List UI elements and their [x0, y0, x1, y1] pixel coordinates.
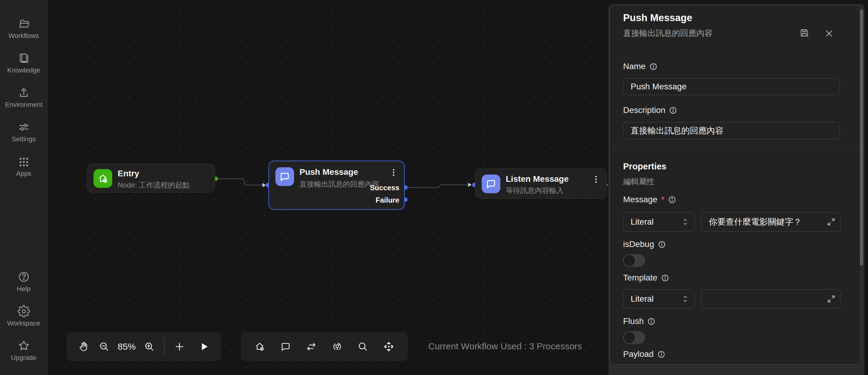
- expand-icon[interactable]: [826, 217, 836, 227]
- info-icon[interactable]: [658, 240, 666, 249]
- gear-icon: [18, 305, 30, 318]
- save-floppy-icon: [800, 28, 809, 38]
- info-icon[interactable]: [649, 62, 657, 71]
- help-circle-icon: [18, 270, 30, 283]
- sidebar-item-settings[interactable]: Settings: [0, 121, 48, 143]
- sidebar-item-label: Upgrade: [11, 354, 36, 362]
- sidebar-item-help[interactable]: Help: [0, 270, 48, 293]
- node-title: Listen Message: [506, 174, 569, 184]
- add-entry-node-button[interactable]: [251, 338, 269, 355]
- sidebar-item-apps[interactable]: Apps: [0, 155, 48, 177]
- toggle-knob: [623, 254, 636, 267]
- description-input[interactable]: 直接輸出訊息的回應內容: [623, 122, 840, 140]
- node-entry[interactable]: Entry Node: 工作流程的起點: [87, 164, 215, 193]
- search-icon: [358, 341, 368, 352]
- panel-scrollbar-thumb[interactable]: [860, 9, 863, 265]
- info-icon[interactable]: [661, 274, 669, 282]
- node-push-message[interactable]: Push Message 直接輸出訊息的回應內容 Success Failure: [269, 161, 405, 210]
- sidebar-item-knowledge[interactable]: Knowledge: [0, 52, 48, 74]
- workflow-editor-app: Workflows Knowledge Environment Settings…: [0, 0, 868, 375]
- add-intent-node-button[interactable]: [329, 338, 346, 355]
- zoom-in-icon: [144, 341, 155, 352]
- add-message-node-button[interactable]: [277, 338, 294, 355]
- message-field-label: Message *: [623, 195, 676, 205]
- add-transfer-node-button[interactable]: [303, 338, 320, 355]
- bulb-cycle-icon: [332, 341, 343, 352]
- toggle-knob: [623, 331, 636, 344]
- panel-title: Push Message: [623, 12, 692, 24]
- workflow-canvas[interactable]: Entry Node: 工作流程的起點 Push Message 直接輸出訊息的…: [48, 0, 609, 375]
- zoom-out-button[interactable]: [95, 338, 113, 355]
- zoom-out-icon: [99, 341, 110, 352]
- pan-hand-button[interactable]: [75, 338, 92, 355]
- isdebug-field-label: isDebug: [623, 239, 666, 250]
- sidebar-item-workflows[interactable]: Workflows: [0, 18, 48, 40]
- panel-subtitle: 直接輸出訊息的回應內容: [623, 28, 713, 39]
- entry-house-plus-icon: [93, 169, 112, 188]
- house-plus-icon: [254, 341, 265, 352]
- node-subtitle: 等待訊息內容輸入: [506, 186, 564, 195]
- info-icon[interactable]: [668, 196, 676, 204]
- info-icon[interactable]: [647, 317, 655, 325]
- node-subtitle: Node: 工作流程的起點: [118, 180, 190, 190]
- node-palette-toolbar: [241, 332, 408, 361]
- flush-toggle[interactable]: [623, 331, 645, 344]
- expand-icon[interactable]: [826, 294, 836, 304]
- zoom-in-button[interactable]: [141, 338, 158, 355]
- center-view-button[interactable]: [380, 338, 398, 355]
- message-value-input[interactable]: 你要查什麼電影關鍵字？: [701, 212, 841, 232]
- template-type-select[interactable]: Literal: [623, 289, 695, 309]
- node-title: Entry: [118, 169, 140, 178]
- node-subtitle: 直接輸出訊息的回應內容: [300, 179, 379, 189]
- flush-field-label: Flush: [623, 316, 655, 326]
- search-nodes-button[interactable]: [354, 338, 372, 355]
- sliders-icon: [18, 121, 30, 134]
- close-icon: [824, 29, 834, 38]
- description-field-label: Description: [623, 105, 677, 115]
- name-input[interactable]: Push Message: [623, 78, 840, 95]
- run-workflow-button[interactable]: [195, 338, 213, 355]
- swap-arrows-icon: [306, 341, 317, 352]
- node-menu-kebab-icon[interactable]: [591, 175, 600, 185]
- message-type-select[interactable]: Literal: [623, 212, 695, 232]
- plus-icon: [174, 341, 185, 352]
- sidebar-item-workspace[interactable]: Workspace: [0, 305, 48, 327]
- template-value-input[interactable]: [701, 289, 841, 309]
- sidebar-item-label: Help: [17, 285, 30, 293]
- template-field-label: Template: [623, 272, 669, 283]
- node-menu-kebab-icon[interactable]: [389, 168, 398, 178]
- sidebar-item-label: Settings: [12, 135, 36, 143]
- sidebar-item-environment[interactable]: Environment: [0, 86, 48, 109]
- sidebar-item-upgrade[interactable]: Upgrade: [0, 339, 48, 362]
- sidebar-top-group: Workflows Knowledge Environment Settings…: [0, 18, 48, 177]
- sidebar-item-label: Apps: [16, 170, 31, 177]
- node-listen-message[interactable]: Listen Message 等待訊息內容輸入: [475, 169, 607, 199]
- play-icon: [199, 341, 210, 352]
- section-divider: [610, 149, 860, 149]
- properties-heading: Properties: [623, 162, 666, 172]
- chevron-up-down-icon: [681, 294, 689, 304]
- upload-icon: [18, 86, 30, 99]
- required-marker: *: [661, 195, 664, 204]
- info-icon[interactable]: [657, 350, 665, 358]
- apps-grid-icon: [18, 155, 30, 168]
- name-field-label: Name: [623, 61, 657, 71]
- node-config-panel: Push Message 直接輸出訊息的回應內容 Name Push Messa…: [609, 4, 864, 373]
- canvas-zoom-toolbar: 85%: [66, 332, 221, 361]
- add-button[interactable]: [171, 338, 188, 355]
- info-icon[interactable]: [669, 106, 677, 114]
- speech-bubble-icon: [280, 341, 291, 352]
- zoom-level-value[interactable]: 85%: [116, 342, 137, 352]
- isdebug-toggle[interactable]: [623, 254, 645, 267]
- sidebar: Workflows Knowledge Environment Settings…: [0, 0, 48, 375]
- workflow-status-text: Current Workflow Used : 3 Processors: [428, 341, 582, 351]
- properties-subheading: 編輯屬性: [623, 176, 654, 187]
- panel-footer-strip: [609, 368, 864, 375]
- panel-content: Push Message 直接輸出訊息的回應內容 Name Push Messa…: [610, 5, 861, 365]
- message-bubble-icon: [482, 175, 500, 193]
- sidebar-item-label: Knowledge: [7, 66, 40, 74]
- output-label-failure: Failure: [375, 196, 399, 204]
- book-icon: [18, 52, 30, 65]
- close-panel-button[interactable]: [824, 28, 835, 39]
- save-button[interactable]: [799, 27, 810, 39]
